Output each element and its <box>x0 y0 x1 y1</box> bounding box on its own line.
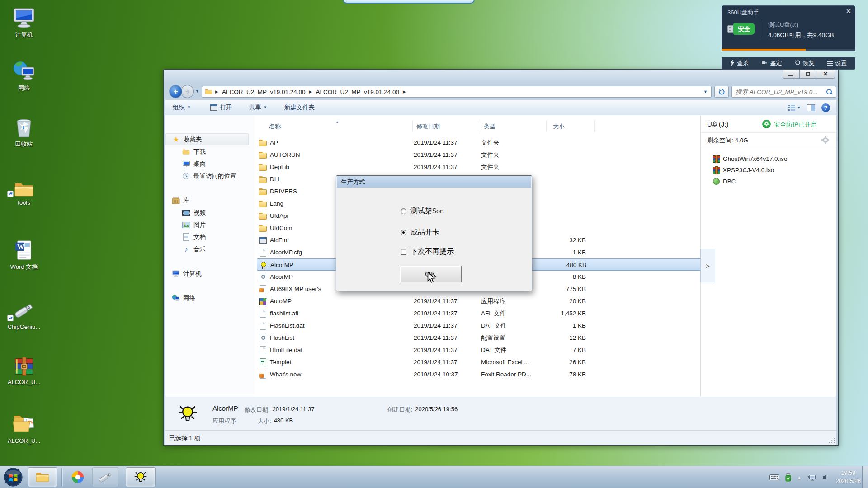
sidebar-item-network[interactable]: 网络 <box>165 292 254 304</box>
taskbar-clock[interactable]: 19:59 2020/5/26 <box>835 469 861 485</box>
file-row[interactable]: AUTORUN2019/1/24 11:37文件夹 <box>257 149 701 161</box>
created-label: 创建日期: <box>387 406 413 414</box>
file-row[interactable]: AP2019/1/24 11:37文件夹 <box>257 136 701 149</box>
file-row[interactable]: HtmlFile.dat2019/1/24 11:37DAT 文件7 KB <box>257 344 701 356</box>
usb-action-usb-check[interactable]: 鉴定 <box>761 59 782 67</box>
collapse-panel-button[interactable]: > <box>700 249 715 282</box>
file-row[interactable]: What's new2019/1/24 10:37Foxit Reader PD… <box>257 368 701 380</box>
sidebar-item-desktop[interactable]: 桌面 <box>165 158 254 170</box>
window-titlebar[interactable]: ✕ <box>164 70 838 84</box>
show-desktop-button[interactable] <box>862 466 868 488</box>
desktop-icon-label: Word 文档 <box>0 263 48 270</box>
file-date: 2019/1/24 11:37 <box>414 319 477 332</box>
usb-action-restore[interactable]: 恢复 <box>795 59 815 67</box>
search-icon[interactable] <box>826 89 833 95</box>
view-controls: ▼ ? <box>788 100 830 115</box>
tray-show-hidden-icon[interactable]: ▲ <box>797 475 802 480</box>
desktop-icon[interactable]: tools <box>0 174 48 206</box>
dont-remind-checkbox[interactable]: 下次不再提示 <box>401 247 454 257</box>
tray-keyboard-icon[interactable] <box>769 474 779 480</box>
change-view-button[interactable]: ▼ <box>788 104 801 111</box>
usb-action-lightning[interactable]: 查杀 <box>730 59 749 67</box>
forward-button[interactable] <box>181 85 194 98</box>
breadcrumb-segment[interactable]: ALCOR_U2_MP_v19.01.24.00 <box>221 89 307 95</box>
usb-check-icon <box>761 60 768 67</box>
address-dropdown-icon[interactable]: ▼ <box>703 89 708 94</box>
resize-grip[interactable] <box>829 437 835 444</box>
column-header-4[interactable]: 大小 <box>547 121 595 132</box>
tray-network-icon[interactable] <box>807 474 816 481</box>
usb-action-settings-list[interactable]: 设置 <box>827 59 847 67</box>
excel-icon <box>259 358 267 366</box>
taskbar-button-browser-360[interactable] <box>66 467 90 487</box>
new-folder-button[interactable]: 新建文件夹 <box>280 102 320 113</box>
usb-usage-bar <box>722 49 855 51</box>
taskbar-button-explorer[interactable] <box>28 467 57 487</box>
file-row[interactable]: flashlist.afl2019/1/24 11:37AFL 文件1,452 … <box>257 307 701 319</box>
chevron-down-icon: ▼ <box>187 105 191 109</box>
share-button[interactable]: 共享▼ <box>245 102 272 113</box>
sidebar-item-recent[interactable]: 最近访问的位置 <box>165 170 254 182</box>
usb-file-item[interactable]: XPSP3CJ-V4.0.iso <box>701 164 836 176</box>
desktop-icon[interactable]: W Word 文档 <box>0 238 48 270</box>
desktop-icon[interactable]: 回收站 <box>0 115 48 147</box>
column-header-2[interactable]: 修改日期 <box>413 121 478 132</box>
organize-button[interactable]: 组织▼ <box>168 102 195 113</box>
open-button[interactable]: 打开 <box>205 102 236 113</box>
close-button[interactable]: ✕ <box>816 70 835 79</box>
file-row[interactable]: FlashList2019/1/24 11:37配置设置12 KB <box>257 332 701 344</box>
preview-pane-button[interactable] <box>807 104 815 111</box>
radio-option-2[interactable]: 成品开卡 <box>401 228 439 237</box>
usb-file-name: DBC <box>723 178 736 185</box>
protection-status[interactable]: 安全防护已开启 <box>774 121 817 129</box>
taskbar-button-alcormp[interactable] <box>126 467 156 487</box>
desktop-icon[interactable]: ALCOR_U... <box>0 412 48 444</box>
column-header-3[interactable]: 类型 <box>478 121 547 132</box>
gear-icon[interactable] <box>821 136 829 144</box>
breadcrumb-separator-icon: ▶ <box>212 89 221 94</box>
history-dropdown-icon[interactable]: ▼ <box>195 89 199 94</box>
sidebar-item-music[interactable]: ♪音乐 <box>165 243 254 255</box>
file-row[interactable]: FlashList.dat2019/1/24 11:37DAT 文件1 KB <box>257 319 701 332</box>
sidebar-item-video[interactable]: 视频 <box>165 206 254 219</box>
file-row[interactable]: Templet2019/1/24 11:37Microsoft Excel ..… <box>257 356 701 368</box>
usb-file-item[interactable]: GhostWin7x64v17.0.iso <box>701 153 836 164</box>
tray-usb-device-icon[interactable] <box>785 473 791 482</box>
close-icon[interactable]: ✕ <box>845 7 851 15</box>
minimize-button[interactable] <box>783 70 799 79</box>
sidebar-item-picture[interactable]: 图片 <box>165 219 254 231</box>
search-input[interactable] <box>735 87 821 96</box>
sidebar-item-library[interactable]: 库 <box>165 194 254 206</box>
desktop-icon[interactable]: ChipGeniu... <box>0 298 48 330</box>
file-row[interactable]: DepLib2019/1/24 11:37文件夹 <box>257 161 701 173</box>
usb-file-item[interactable]: DBC <box>701 176 836 187</box>
sidebar-item-document[interactable]: 文档 <box>165 231 254 243</box>
navigation-pane: ★收藏夹下载桌面最近访问的位置库视频图片文档♪音乐计算机网络 <box>165 115 254 397</box>
sidebar-item-star[interactable]: ★收藏夹 <box>165 133 249 145</box>
column-header-1[interactable]: 名称▲ <box>257 121 413 132</box>
back-button[interactable] <box>169 85 182 98</box>
file-row[interactable]: AutoMP2019/1/24 11:37应用程序20 KB <box>257 295 701 307</box>
file-date: 2019/1/24 11:37 <box>414 161 477 173</box>
breadcrumb-segment[interactable]: ALCOR_U2_MP_v19.01.24.00 <box>315 89 400 95</box>
breadcrumb[interactable]: ▶ALCOR_U2_MP_v19.01.24.00▶ALCOR_U2_MP_v1… <box>202 86 712 98</box>
sidebar-item-label: 下载 <box>193 148 206 156</box>
docked-panel-tab[interactable] <box>343 0 475 4</box>
help-icon[interactable]: ? <box>821 103 830 112</box>
sidebar-item-computer[interactable]: 计算机 <box>165 267 254 280</box>
sidebar-item-folder[interactable]: 下载 <box>165 145 254 158</box>
taskbar-button-chipgenius-usb[interactable] <box>92 467 118 487</box>
refresh-button[interactable] <box>714 86 729 98</box>
list-view-icon <box>788 104 795 111</box>
dialog-titlebar[interactable]: 生产方式 <box>337 176 531 188</box>
file-name: AutoMP <box>270 298 292 305</box>
radio-option-1[interactable]: 测试架Sort <box>401 206 444 216</box>
tray-volume-icon[interactable] <box>822 474 829 481</box>
maximize-button[interactable] <box>799 70 816 79</box>
desktop-icon[interactable]: 计算机 <box>0 5 48 38</box>
desktop-icon[interactable]: 网络 <box>0 59 48 91</box>
desktop-icon[interactable]: ALCOR_U... <box>0 353 48 385</box>
start-button[interactable] <box>4 468 23 487</box>
ok-button[interactable]: OK <box>400 266 462 282</box>
desktop-icon-label: ALCOR_U... <box>0 437 48 444</box>
